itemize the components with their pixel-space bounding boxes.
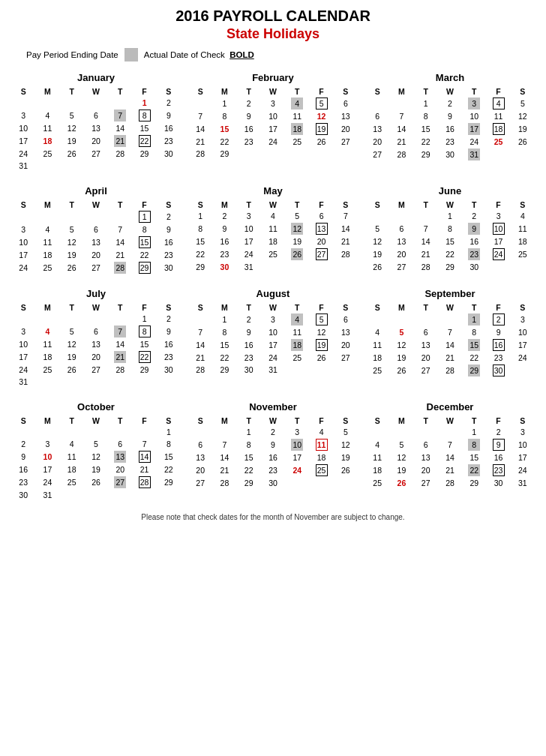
month-title-july: July — [11, 288, 181, 299]
month-january: January SMTWTFS 12 3456789 1011121314151… — [11, 72, 181, 172]
month-title-june: June — [365, 185, 535, 196]
month-february: February SMTWTFS 123456 78910111213 1415… — [188, 72, 358, 172]
month-october: October SMTWTFS 1 2345678 9101112131415 … — [11, 401, 181, 501]
month-november: November SMTWTFS 12345 6789101112 131415… — [188, 401, 358, 501]
main-title: 2016 PAYROLL CALENDAR — [11, 8, 535, 25]
cal-table-september: SMTWTFS 123 45678910 11121314151617 1819… — [365, 302, 535, 377]
month-title-december: December — [365, 401, 535, 412]
month-may: May SMTWTFS 1234567 891011121314 1516171… — [188, 185, 358, 274]
month-title-april: April — [11, 185, 181, 196]
month-title-september: September — [365, 288, 535, 299]
month-title-october: October — [11, 401, 181, 412]
month-title-february: February — [188, 72, 358, 83]
month-title-november: November — [188, 401, 358, 412]
month-september: September SMTWTFS 123 45678910 111213141… — [365, 288, 535, 388]
month-title-january: January — [11, 72, 181, 83]
legend-shaded-box — [124, 48, 138, 62]
month-august: August SMTWTFS 123456 78910111213 141516… — [188, 288, 358, 388]
sub-title: State Holidays — [11, 26, 535, 42]
month-title-march: March — [365, 72, 535, 83]
month-title-august: August — [188, 288, 358, 299]
legend: Pay Period Ending Date Actual Date of Ch… — [11, 48, 535, 62]
month-june: June SMTWTFS 1234 567891011 121314151617… — [365, 185, 535, 274]
cal-table-may: SMTWTFS 1234567 891011121314 15161718192… — [188, 200, 358, 273]
cal-table-february: SMTWTFS 123456 78910111213 1415161718192… — [188, 86, 358, 160]
month-december: December SMTWTFS 123 45678910 1112131415… — [365, 401, 535, 501]
cal-table-november: SMTWTFS 12345 6789101112 13141516171819 … — [188, 416, 358, 489]
calendars-grid: January SMTWTFS 12 3456789 1011121314151… — [11, 72, 535, 501]
legend-bold-text: BOLD — [230, 50, 254, 59]
cal-table-january: SMTWTFS 12 3456789 10111213141516 171819… — [11, 86, 181, 172]
legend-right-text: Actual Date of Check — [144, 50, 225, 59]
cal-table-april: SMTWTFS 12 3456789 10111213141516 171819… — [11, 200, 181, 274]
month-march: March SMTWTFS 12345 6789101112 131415161… — [365, 72, 535, 172]
cal-table-june: SMTWTFS 1234 567891011 12131415161718 19… — [365, 200, 535, 273]
cal-table-august: SMTWTFS 123456 78910111213 1415161718192… — [188, 302, 358, 376]
footer-note: Please note that check dates for the mon… — [11, 513, 535, 521]
cal-table-july: SMTWTFS 12 3456789 10111213141516 171819… — [11, 302, 181, 388]
cal-table-december: SMTWTFS 123 45678910 11121314151617 1819… — [365, 416, 535, 489]
month-title-may: May — [188, 185, 358, 196]
cal-table-march: SMTWTFS 12345 6789101112 13141516171819 … — [365, 86, 535, 161]
month-april: April SMTWTFS 12 3456789 10111213141516 … — [11, 185, 181, 274]
legend-left-text: Pay Period Ending Date — [26, 50, 118, 59]
month-july: July SMTWTFS 12 3456789 10111213141516 1… — [11, 288, 181, 388]
cal-table-october: SMTWTFS 1 2345678 9101112131415 16171819… — [11, 416, 181, 501]
